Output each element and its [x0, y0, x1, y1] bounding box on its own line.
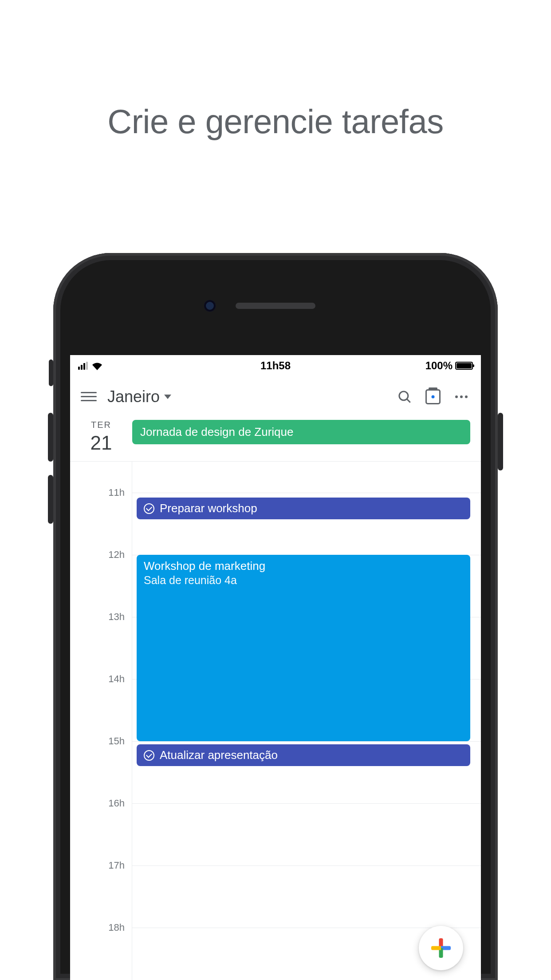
search-icon[interactable] — [396, 388, 413, 406]
chevron-down-icon — [164, 395, 171, 399]
today-icon[interactable] — [424, 388, 442, 406]
grid-line — [132, 865, 481, 866]
hour-label: 12h — [108, 549, 125, 561]
svg-point-0 — [399, 391, 408, 400]
phone-frame: 11h58 100% Janeiro — [53, 253, 498, 980]
day-label[interactable]: TER 21 — [70, 417, 132, 454]
app-header: Janeiro — [70, 376, 481, 417]
hour-label: 16h — [108, 798, 125, 809]
allday-section: Jornada de design de Zurique — [132, 417, 481, 454]
cellular-signal-icon — [78, 362, 88, 370]
allday-event[interactable]: Jornada de design de Zurique — [132, 420, 470, 444]
phone-power-button — [498, 413, 503, 470]
month-dropdown[interactable]: Janeiro — [107, 387, 171, 406]
time-gutter: 11h12h13h14h15h16h17h18h19h — [70, 462, 132, 980]
task-event[interactable]: Atualizar apresentação — [137, 744, 470, 766]
day-header: TER 21 Jornada de design de Zurique — [70, 417, 481, 462]
timeline[interactable]: 11h12h13h14h15h16h17h18h19h Preparar wor… — [70, 462, 481, 980]
status-bar: 11h58 100% — [70, 355, 481, 376]
phone-volume-up — [48, 413, 53, 462]
grid-line — [132, 493, 481, 493]
event-location: Sala de reunião 4a — [144, 574, 463, 587]
phone-speaker — [236, 303, 315, 309]
day-number: 21 — [70, 432, 132, 454]
phone-screen: 11h58 100% Janeiro — [70, 355, 481, 980]
svg-line-1 — [407, 399, 410, 402]
hour-label: 17h — [108, 860, 125, 871]
create-fab[interactable] — [419, 926, 463, 970]
hour-label: 13h — [108, 611, 125, 623]
phone-camera — [204, 300, 216, 312]
wifi-icon — [91, 361, 103, 370]
status-time: 11h58 — [210, 360, 342, 372]
task-event[interactable]: Preparar workshop — [137, 498, 470, 519]
battery-percent: 100% — [425, 360, 453, 372]
battery-icon — [455, 362, 473, 370]
month-label: Janeiro — [107, 387, 160, 406]
event-title: Preparar workshop — [160, 502, 257, 515]
more-icon[interactable] — [453, 388, 470, 406]
task-check-icon — [144, 503, 154, 514]
phone-mute-switch — [49, 360, 53, 386]
task-check-icon — [144, 750, 154, 761]
hour-label: 18h — [108, 922, 125, 933]
day-weekday: TER — [70, 420, 132, 430]
menu-icon[interactable] — [81, 392, 97, 401]
grid-line — [132, 741, 481, 742]
phone-volume-down — [48, 475, 53, 524]
calendar-event[interactable]: Workshop de marketingSala de reunião 4a — [137, 555, 470, 741]
marketing-headline: Crie e gerencie tarefas — [0, 102, 551, 141]
hour-label: 15h — [108, 735, 125, 747]
event-title: Atualizar apresentação — [160, 748, 278, 762]
grid-line — [132, 928, 481, 928]
grid-line — [132, 803, 481, 804]
event-title: Workshop de marketing — [144, 559, 463, 573]
hour-label: 14h — [108, 673, 125, 685]
plus-icon — [431, 938, 451, 958]
hour-label: 11h — [108, 487, 125, 498]
